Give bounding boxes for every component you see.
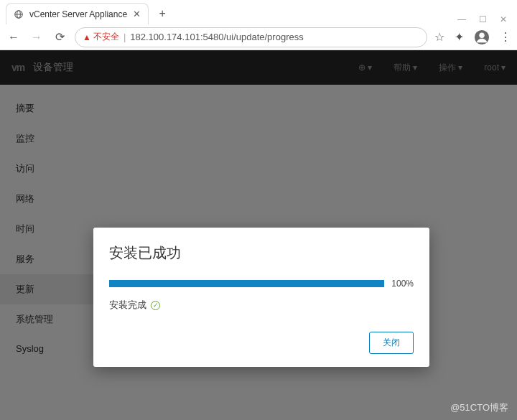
tab-close-icon[interactable]: ✕ [133, 9, 141, 19]
progress-percent: 100% [391, 279, 414, 289]
progress-bar [109, 280, 384, 287]
progress-row: 100% [109, 279, 414, 289]
bookmark-star-icon[interactable]: ☆ [434, 30, 444, 44]
new-tab-button[interactable]: + [153, 4, 172, 23]
window-maximize-icon[interactable]: ☐ [479, 14, 487, 24]
globe-icon [14, 9, 24, 19]
check-circle-icon: ✓ [151, 301, 160, 310]
install-success-dialog: 安装已成功 100% 安装完成 ✓ 关闭 [93, 228, 429, 367]
window-controls: — ☐ ✕ [457, 10, 517, 24]
tab-title: vCenter Server Appliance [29, 9, 127, 19]
page-viewport: vm 设备管理 ⊕▾ 帮助▾ 操作▾ root▾ 摘要 监控 访问 网络 时间 … [0, 50, 517, 420]
window-close-icon[interactable]: ✕ [500, 14, 507, 24]
svg-point-4 [479, 32, 484, 37]
nav-reload-button[interactable]: ⟳ [52, 29, 67, 45]
extensions-icon[interactable]: ✦ [455, 30, 464, 44]
profile-avatar-icon[interactable] [474, 29, 490, 45]
nav-back-button[interactable]: ← [6, 29, 22, 45]
status-row: 安装完成 ✓ [109, 299, 414, 312]
close-button[interactable]: 关闭 [369, 332, 414, 354]
insecure-label: 不安全 [93, 31, 119, 43]
nav-forward-button[interactable]: → [29, 29, 45, 45]
browser-titlebar: vCenter Server Appliance ✕ + — ☐ ✕ [0, 0, 517, 24]
watermark: @51CTO博客 [450, 401, 508, 414]
browser-tab[interactable]: vCenter Server Appliance ✕ [6, 3, 149, 24]
warning-icon: ▲ [83, 32, 91, 42]
browser-toolbar: ← → ⟳ ▲ 不安全 | 182.100.174.101:5480/ui/up… [0, 24, 517, 50]
address-url: 182.100.174.101:5480/ui/update/progress [130, 32, 303, 42]
address-bar[interactable]: ▲ 不安全 | 182.100.174.101:5480/ui/update/p… [75, 27, 427, 47]
status-text: 安装完成 [109, 299, 146, 312]
window-minimize-icon[interactable]: — [457, 14, 466, 24]
browser-menu-icon[interactable]: ⋮ [500, 30, 511, 44]
dialog-title: 安装已成功 [109, 243, 414, 263]
insecure-badge: ▲ 不安全 [83, 31, 119, 43]
address-separator: | [124, 32, 126, 42]
